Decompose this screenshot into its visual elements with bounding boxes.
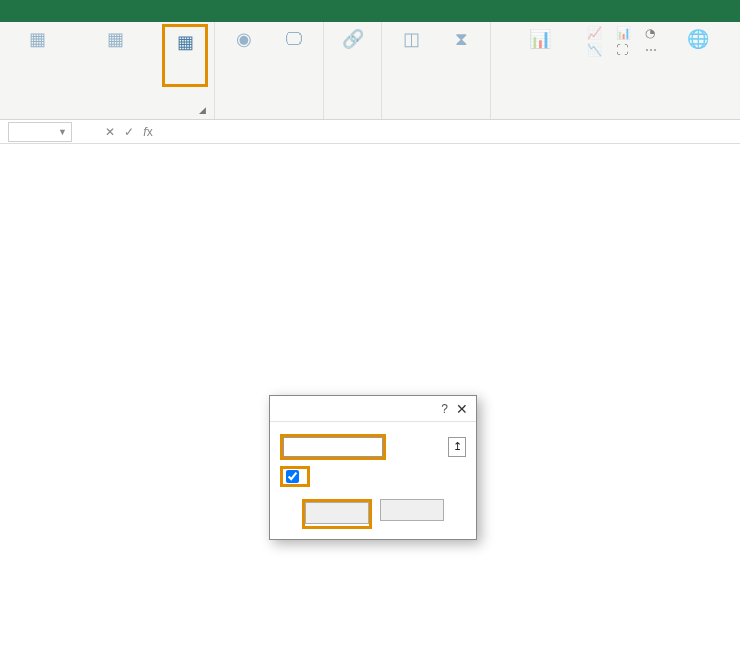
range-input[interactable]: [283, 437, 383, 457]
ok-button[interactable]: [305, 502, 369, 524]
pivottable-button[interactable]: ▦: [6, 24, 68, 81]
collapse-dialog-icon[interactable]: ↥: [448, 437, 466, 457]
formula-bar: ▼ ✕✓fx: [0, 120, 740, 144]
group-label-charts: ◢: [497, 113, 740, 119]
group-label-filters: [388, 113, 484, 119]
name-box[interactable]: ▼: [8, 122, 72, 142]
close-icon[interactable]: ✕: [456, 401, 468, 417]
fx-icon[interactable]: fx: [140, 125, 156, 139]
group-label-tables: ◢: [6, 113, 208, 119]
headers-checkbox[interactable]: [286, 470, 299, 483]
timeline-button[interactable]: ⧗: [438, 24, 484, 81]
recommended-charts-button[interactable]: 📊: [497, 24, 583, 81]
cancel-entry-icon[interactable]: ✕: [102, 125, 118, 139]
group-label-links: [330, 113, 375, 119]
menu-bar: [0, 0, 740, 22]
this-device-button[interactable]: 🖵: [271, 24, 317, 81]
group-label-newgroup: [221, 113, 317, 119]
pivotchart-button[interactable]: ▥: [725, 24, 740, 81]
create-table-dialog: ? ✕ ↥: [269, 395, 477, 540]
confirm-entry-icon[interactable]: ✓: [121, 125, 137, 139]
help-icon[interactable]: ?: [441, 402, 448, 416]
cancel-button[interactable]: [380, 499, 444, 521]
recommended-pivottables-button[interactable]: ▦: [72, 24, 158, 81]
link-button[interactable]: 🔗: [330, 24, 375, 81]
ribbon: ▦ ▦ ▦ ◢ ◉ 🖵 🔗 ◫ ⧗ 📊 📈📊◔ 📉⛶⋯: [0, 22, 740, 120]
table-button[interactable]: ▦: [162, 24, 208, 87]
maps-button[interactable]: 🌐: [675, 24, 721, 81]
slicer-button[interactable]: ◫: [388, 24, 434, 81]
chart-type-grid[interactable]: 📈📊◔ 📉⛶⋯: [587, 26, 671, 57]
camera-button[interactable]: ◉: [221, 24, 267, 81]
